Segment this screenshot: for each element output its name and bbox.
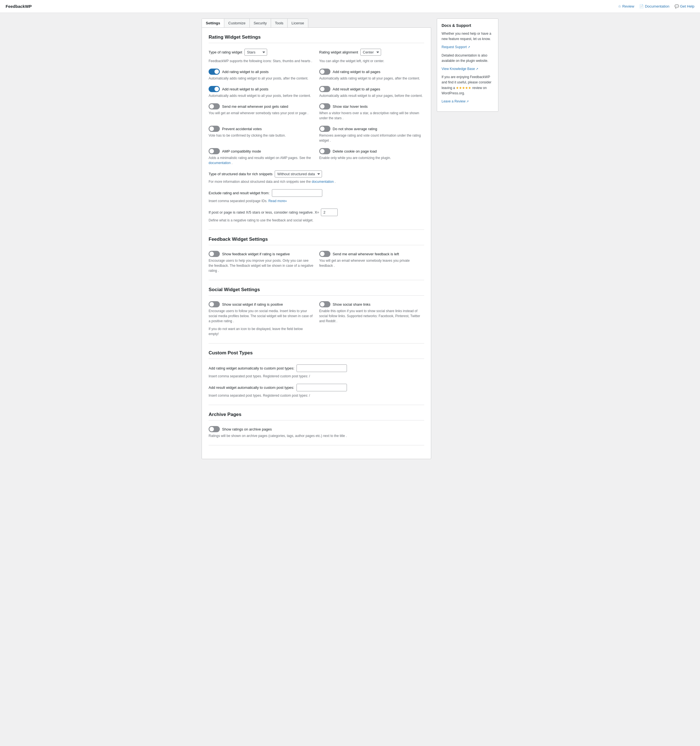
add-result-pages-desc: Automatically adds result widget to all … — [319, 93, 424, 98]
leave-review-link[interactable]: Leave a Review ↗ — [441, 99, 469, 104]
add-result-pages-label: Add result widget to all pages — [333, 87, 380, 91]
tab-customize[interactable]: Customize — [224, 19, 250, 27]
review-link[interactable]: ☆ Review — [618, 4, 634, 8]
structured-data-desc: For more information about structured da… — [209, 179, 424, 184]
show-ratings-archive-toggle[interactable] — [209, 426, 220, 432]
social-widget-title: Social Widget Settings — [209, 287, 424, 296]
exclude-label: Exclude rating and result widget from: — [209, 191, 269, 195]
amp-doc-link[interactable]: documentation — [209, 161, 231, 165]
add-result-custom-inline: Add result widget automatically to custo… — [209, 384, 424, 391]
docs-support-intro: Whether you need help or have a new feat… — [441, 31, 494, 42]
show-social-positive-desc2: If you do not want an icon to be display… — [209, 326, 314, 337]
request-support-para: Request Support ↗ — [441, 45, 494, 50]
structured-data-inline: Type of structured data for rich snippet… — [209, 170, 424, 177]
send-email-feedback-header: Send me email whenever feedback is left — [319, 251, 424, 257]
add-result-posts-label: Add result widget to all posts — [222, 87, 268, 91]
add-rating-pages-toggle[interactable] — [319, 69, 330, 75]
send-email-feedback-desc: You will get an email whenever somebody … — [319, 258, 424, 268]
do-not-show-average-desc: Removes average rating and vote count in… — [319, 133, 424, 143]
show-social-share-toggle[interactable] — [319, 301, 330, 307]
tabs-bar: Settings Customize Security Tools Licens… — [202, 18, 308, 27]
feedback-widget-title: Feedback Widget Settings — [209, 236, 424, 245]
exclude-row: Exclude rating and result widget from: I… — [209, 189, 424, 203]
view-knowledge-para: View Knowledge Base ↗ — [441, 66, 494, 72]
add-rating-posts-setting: Add rating widget to all posts Automatic… — [209, 69, 314, 81]
negative-rating-input[interactable] — [321, 209, 338, 216]
add-result-posts-toggle[interactable] — [209, 86, 220, 92]
add-rating-custom-label: Add rating widget automatically to custo… — [209, 366, 294, 370]
send-email-post-header: Send me email whenever post gets rated — [209, 103, 314, 110]
do-not-show-average-toggle[interactable] — [319, 126, 330, 132]
alignment-select[interactable]: Left Center Right — [360, 49, 381, 56]
email-hover-row: Send me email whenever post gets rated Y… — [209, 103, 424, 121]
send-email-feedback-toggle[interactable] — [319, 251, 330, 257]
send-email-post-toggle[interactable] — [209, 103, 220, 110]
negative-rating-inline: If post or page is rated X/5 stars or le… — [209, 209, 424, 216]
view-knowledge-base-link[interactable]: View Knowledge Base ↗ — [441, 66, 478, 72]
custom-post-types-title: Custom Post Types — [209, 350, 424, 359]
add-rating-custom-row: Add rating widget automatically to custo… — [209, 364, 424, 379]
rating-widget-title: Rating Widget Settings — [209, 35, 424, 43]
top-bar-actions: ☆ Review 📄 Documentation 💬 Get Help — [618, 4, 694, 8]
tab-license[interactable]: License — [288, 19, 308, 27]
show-star-hover-desc: When a visitor hovers over a star, a des… — [319, 111, 424, 121]
archive-pages-title: Archive Pages — [209, 412, 424, 420]
leave-review-para: Leave a Review ↗ — [441, 99, 494, 104]
knowledge-base-intro: Detailed documentation is also available… — [441, 53, 494, 63]
divider-5 — [209, 445, 424, 445]
docs-support-card: Docs & Support Whether you need help or … — [437, 18, 498, 112]
structured-data-label: Type of structured data for rich snippet… — [209, 172, 272, 176]
tab-tools[interactable]: Tools — [271, 19, 288, 27]
help-icon: 💬 — [674, 4, 679, 8]
documentation-link[interactable]: 📄 Documentation — [639, 4, 669, 8]
negative-rating-row: If post or page is rated X/5 stars or le… — [209, 209, 424, 223]
show-feedback-toggle[interactable] — [209, 251, 220, 257]
add-rating-posts-toggle[interactable] — [209, 69, 220, 75]
alignment-label: Rating widget alignment — [319, 50, 358, 54]
amp-compat-desc: Adds a minimalistic rating and results w… — [209, 155, 314, 165]
show-star-hover-label: Show star hover texts — [333, 104, 367, 108]
add-result-posts-desc: Automatically adds result widget to all … — [209, 93, 314, 98]
show-ratings-archive-setting: Show ratings on archive pages Ratings wi… — [209, 426, 424, 438]
get-help-link[interactable]: 💬 Get Help — [674, 4, 694, 8]
request-support-ext-icon: ↗ — [468, 45, 470, 50]
add-rating-custom-desc: Insert comma separated post types. Regis… — [209, 374, 424, 379]
send-email-feedback-label: Send me email whenever feedback is left — [333, 252, 399, 256]
show-social-positive-setting: Show social widget if rating is positive… — [209, 301, 314, 337]
add-rating-pages-setting: Add rating widget to all pages Automatic… — [319, 69, 424, 81]
prevent-accidental-desc: Vote has to be confirmed by clicking the… — [209, 133, 314, 138]
show-star-hover-toggle[interactable] — [319, 103, 330, 110]
star-icon: ☆ — [618, 4, 621, 8]
delete-cookie-setting: Delete cookie on page load Enable only w… — [319, 148, 424, 165]
type-rating-select[interactable]: Stars Thumbs Hearts — [244, 49, 267, 56]
delete-cookie-toggle[interactable] — [319, 148, 330, 154]
show-feedback-desc: Encourage users to help you improve your… — [209, 258, 314, 273]
delete-cookie-label: Delete cookie on page load — [333, 149, 377, 153]
add-result-row: Add result widget to all posts Automatic… — [209, 86, 424, 98]
negative-rating-prefix: If post or page is rated X/5 stars or le… — [209, 210, 319, 214]
exclude-input[interactable] — [272, 189, 322, 197]
tab-security[interactable]: Security — [250, 19, 271, 27]
add-rating-posts-header: Add rating widget to all posts — [209, 69, 314, 75]
divider-2 — [209, 280, 424, 280]
add-result-pages-toggle[interactable] — [319, 86, 330, 92]
structured-data-doc-link[interactable]: documentation — [312, 180, 334, 183]
type-rating-widget-setting: Type of rating widget Stars Thumbs Heart… — [209, 49, 314, 63]
top-bar: FeedbackWP ☆ Review 📄 Documentation 💬 Ge… — [0, 0, 700, 13]
add-rating-custom-input[interactable] — [297, 364, 347, 372]
structured-data-select[interactable]: Without structured data Article Product … — [275, 170, 322, 177]
add-rating-pages-label: Add rating widget to all pages — [333, 70, 381, 74]
do-not-show-average-label: Do not show average rating — [333, 127, 377, 131]
prevent-accidental-toggle[interactable] — [209, 126, 220, 132]
exclude-read-more-link[interactable]: Read more» — [268, 199, 287, 203]
alignment-desc: You can align the widget left, right or … — [319, 59, 424, 63]
delete-cookie-desc: Enable only while you are cutomizing the… — [319, 155, 424, 160]
show-ratings-archive-header: Show ratings on archive pages — [209, 426, 424, 432]
add-result-custom-input[interactable] — [297, 384, 347, 391]
send-email-post-setting: Send me email whenever post gets rated Y… — [209, 103, 314, 121]
request-support-link[interactable]: Request Support ↗ — [441, 45, 470, 50]
amp-compat-toggle[interactable] — [209, 148, 220, 154]
show-social-positive-toggle[interactable] — [209, 301, 220, 307]
tab-settings[interactable]: Settings — [202, 19, 224, 27]
feedback-row: Show feedback widget if rating is negati… — [209, 251, 424, 273]
